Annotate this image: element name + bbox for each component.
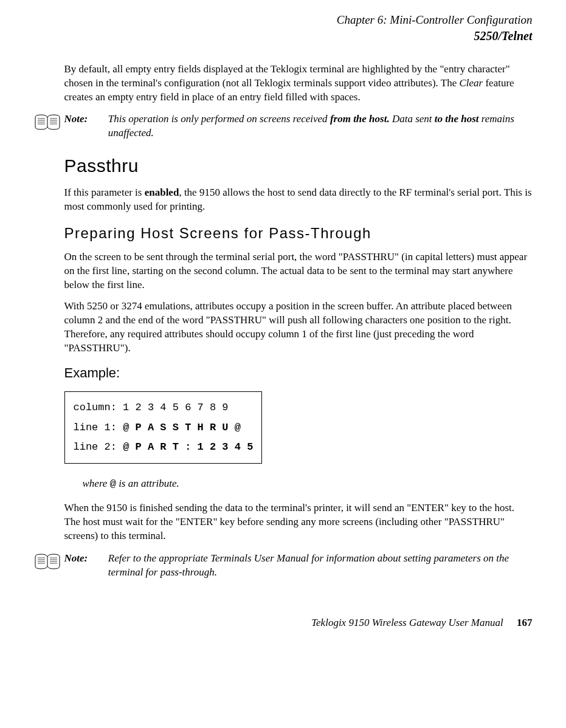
text: is an attribute. (116, 478, 179, 489)
code-line-3: line 2: @ P A R T : 1 2 3 4 5 (74, 438, 254, 457)
text: If this parameter is (64, 187, 145, 198)
text: line 2: (74, 441, 123, 453)
text: line 1: (74, 422, 123, 433)
clear-feature-name: Clear (459, 77, 483, 89)
text: By default, all empty entry fields displ… (64, 63, 510, 89)
text-bold: @ P A R T : 1 2 3 4 5 (123, 441, 253, 453)
text: Data sent (390, 113, 435, 125)
code-line-1: column: 1 2 3 4 5 6 7 8 9 (74, 398, 254, 417)
intro-paragraph: By default, all empty entry fields displ… (64, 63, 533, 105)
passthru-paragraph: If this parameter is enabled, the 9150 a… (64, 186, 533, 214)
note-content: Note: Refer to the appropriate Terminals… (64, 552, 533, 580)
note-label: Note: (64, 552, 106, 566)
text-bold: from the host. (330, 113, 390, 125)
example-code-box: column: 1 2 3 4 5 6 7 8 9 line 1: @ P A … (64, 391, 263, 464)
page-header: Chapter 6: Mini-Controller Configuration… (34, 12, 533, 44)
section-label: 5250/Telnet (34, 28, 533, 44)
note-text: This operation is only performed on scre… (108, 112, 531, 140)
chapter-label: Chapter 6: Mini-Controller Configuration (34, 12, 533, 28)
book-icon (34, 553, 61, 570)
footer-title: Teklogix 9150 Wireless Gateway User Manu… (311, 617, 503, 628)
text: where (83, 478, 110, 489)
preparing-heading: Preparing Host Screens for Pass-Through (64, 224, 533, 243)
body-content: Passthru If this parameter is enabled, t… (64, 154, 533, 543)
note-block-2: Note: Refer to the appropriate Terminals… (34, 552, 533, 580)
book-icon (34, 114, 61, 131)
note-text: Refer to the appropriate Terminals User … (108, 552, 531, 580)
text-bold: @ P A S S T H R U @ (123, 422, 241, 433)
text-bold: to the host (435, 113, 479, 125)
text-bold: enabled (145, 187, 179, 198)
where-line: where @ is an attribute. (83, 477, 533, 492)
after-paragraph: When the 9150 is finished sending the da… (64, 501, 533, 543)
note-content: Note: This operation is only performed o… (64, 112, 533, 140)
example-heading: Example: (64, 364, 533, 382)
code-line-2: line 1: @ P A S S T H R U @ (74, 418, 254, 438)
attribute-symbol: @ (110, 478, 116, 490)
page-footer: Teklogix 9150 Wireless Gateway User Manu… (34, 616, 533, 630)
prep-paragraph-2: With 5250 or 3274 emulations, attributes… (64, 300, 533, 355)
note-block-1: Note: This operation is only performed o… (34, 112, 533, 140)
note-label: Note: (64, 112, 106, 126)
passthru-heading: Passthru (64, 154, 533, 179)
page-number: 167 (517, 617, 533, 628)
text: This operation is only performed on scre… (108, 113, 330, 125)
body-content: By default, all empty entry fields displ… (64, 63, 533, 105)
prep-paragraph-1: On the screen to be sent through the ter… (64, 250, 533, 292)
